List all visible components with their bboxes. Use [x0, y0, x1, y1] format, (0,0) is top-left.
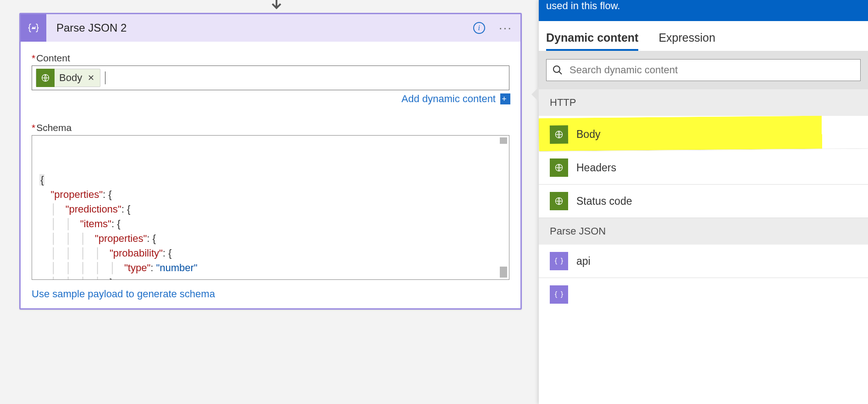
schema-field-label: *Schema	[32, 122, 509, 133]
schema-textarea[interactable]: { "properties": { │ "predictions": { │ │…	[32, 135, 509, 280]
parse-json-icon	[550, 285, 568, 304]
group-header-http: HTTP	[539, 89, 868, 116]
action-title: Parse JSON 2	[46, 22, 473, 34]
scrollbar-thumb[interactable]	[500, 267, 507, 278]
tab-expression[interactable]: Expression	[658, 31, 715, 51]
panel-callout-arrow-icon	[531, 87, 539, 102]
parse-json-action-card: Parse JSON 2 i ··· *Content Body ✕ Add d…	[19, 13, 522, 310]
parse-json-icon	[550, 252, 568, 270]
globe-icon	[550, 126, 568, 144]
search-box[interactable]	[546, 59, 861, 81]
dynamic-item-label: api	[576, 255, 591, 268]
token-remove-icon[interactable]: ✕	[87, 73, 100, 83]
content-field-label: *Content	[32, 53, 509, 64]
panel-header-bar: used in this flow.	[539, 0, 868, 21]
text-cursor	[105, 71, 105, 84]
action-card-header[interactable]: Parse JSON 2 i ···	[21, 14, 520, 42]
panel-tabs: Dynamic content Expression	[539, 21, 868, 51]
search-input[interactable]	[569, 64, 855, 76]
dynamic-item-status-code[interactable]: Status code	[539, 185, 868, 218]
action-menu-button[interactable]: ···	[499, 21, 512, 35]
search-icon	[552, 65, 563, 76]
dynamic-item-body[interactable]: Body	[539, 115, 868, 152]
body-token[interactable]: Body ✕	[36, 69, 100, 87]
dynamic-item-label: Status code	[576, 195, 632, 207]
info-button[interactable]: i	[473, 22, 485, 34]
dynamic-item-headers[interactable]: Headers	[539, 151, 868, 185]
dynamic-content-panel: used in this flow. Dynamic content Expre…	[539, 0, 868, 404]
token-label: Body	[55, 72, 87, 84]
scrollbar-top[interactable]	[500, 137, 507, 144]
add-dynamic-content-link[interactable]: Add dynamic content	[402, 93, 496, 105]
group-header-parse-json: Parse JSON	[539, 218, 868, 245]
dynamic-item-api[interactable]: api	[539, 245, 868, 278]
action-card-body: *Content Body ✕ Add dynamic content + *S…	[21, 42, 520, 308]
content-input[interactable]: Body ✕	[32, 66, 509, 90]
use-sample-payload-link[interactable]: Use sample payload to generate schema	[32, 288, 215, 300]
add-dynamic-plus-button[interactable]: +	[500, 93, 509, 104]
dynamic-item-label: Headers	[576, 162, 616, 174]
tab-dynamic-content[interactable]: Dynamic content	[546, 31, 638, 51]
parse-json-icon	[21, 14, 46, 42]
globe-icon	[550, 192, 568, 210]
search-wrap	[539, 51, 868, 89]
svg-point-1	[553, 66, 560, 72]
dynamic-item-partial[interactable]	[539, 278, 868, 304]
dynamic-item-label: Body	[576, 128, 600, 141]
globe-icon	[550, 158, 568, 177]
flow-arrow-down-icon	[267, 0, 286, 11]
globe-icon	[36, 69, 55, 87]
